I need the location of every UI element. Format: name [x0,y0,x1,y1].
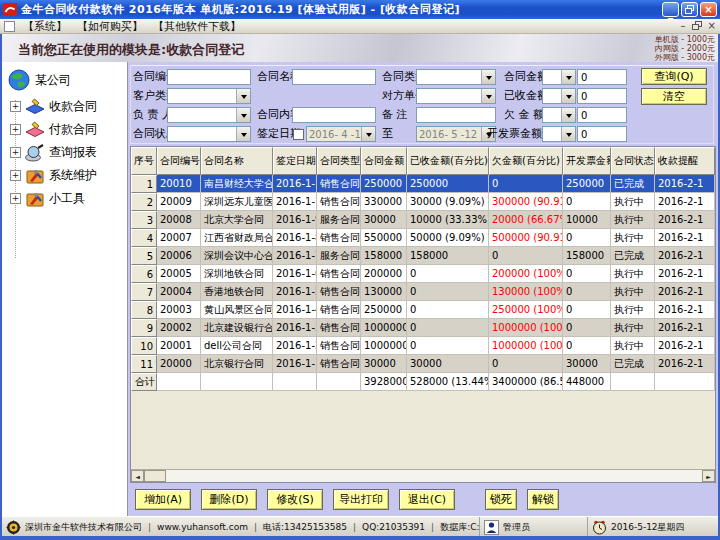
chevron-down-icon[interactable] [236,127,250,141]
scrollbar-thumb[interactable] [144,470,166,482]
chevron-down-icon[interactable] [561,127,575,141]
amount-op-select[interactable] [542,69,576,85]
scrollbar-track[interactable] [166,470,702,482]
customer-type-select[interactable] [167,88,251,104]
lock-button[interactable]: 锁死 [485,489,517,510]
chevron-down-icon[interactable] [561,108,575,122]
restore-button[interactable] [681,2,698,17]
chevron-down-icon[interactable] [481,89,495,103]
chevron-down-icon[interactable] [236,108,250,122]
invoice-op-select[interactable] [542,126,576,142]
counterparty-select[interactable] [416,88,496,104]
menu-bar: 【系统】【如何购买】【其他软件下载】 – × [0,19,720,34]
horizontal-scrollbar[interactable]: ◄ ► [131,469,715,482]
minimize-button[interactable]: _ [662,2,679,17]
chevron-down-icon[interactable] [561,70,575,84]
modify-button[interactable]: 修改(S) [267,489,323,510]
sidebar-item-pay-contract[interactable]: +付款合同 [10,120,127,139]
cell: 销售合同 [317,193,361,211]
child-restore-icon[interactable] [692,21,702,32]
table-row[interactable]: 220009深圳远东儿童医院合同2016-1-10销售合同33000030000… [131,193,715,211]
sidebar-item-small-tools[interactable]: +小工具 [10,189,127,208]
clear-button[interactable]: 清空 [641,88,707,105]
row-number: 3 [131,211,157,229]
scroll-right-icon[interactable]: ► [702,470,715,482]
owed-op-select[interactable] [542,107,576,123]
column-header[interactable]: 序号 [131,147,157,175]
contracts-table-body: 120010南昌财经大学合同2016-1-11销售合同2500002500000… [131,175,715,391]
menu-item-0[interactable]: 【系统】 [23,19,67,34]
cell: 已完成 [611,247,655,265]
expand-icon[interactable]: + [10,147,21,158]
column-header[interactable]: 合同编号 [157,147,201,175]
cell: 2016-2-1 [655,337,715,355]
cell: 销售合同 [317,319,361,337]
column-header[interactable]: 合同类型 [317,147,361,175]
table-row[interactable]: 1020001dell公司合同2016-1-2销售合同1000000010000… [131,337,715,355]
sidebar-item-query-report[interactable]: +查询报表 [10,143,127,162]
status-select[interactable] [167,126,251,142]
table-row[interactable]: 920002北京建设银行合同2016-1-3销售合同10000000100000… [131,319,715,337]
received-op-select[interactable] [542,88,576,104]
owed-input[interactable]: 0 [577,107,627,123]
cell: 服务合同 [317,211,361,229]
table-row[interactable]: 520006深圳会议中心合同2016-1-7服务合同15800015800001… [131,247,715,265]
amount-input[interactable]: 0 [577,69,627,85]
chevron-down-icon[interactable] [481,70,495,84]
received-input[interactable]: 0 [577,88,627,104]
chevron-down-icon[interactable] [236,89,250,103]
exit-button[interactable]: 退出(C) [399,489,455,510]
child-minimize-icon[interactable]: – [681,21,686,31]
content-input[interactable] [292,107,376,123]
export-print-button[interactable]: 导出打印 [333,489,389,510]
column-header[interactable]: 合同名称 [201,147,273,175]
unlock-button[interactable]: 解锁 [527,489,559,510]
add-button[interactable]: 增加(A) [135,489,191,510]
contract-name-input[interactable] [292,69,376,85]
person-select[interactable] [167,107,251,123]
column-header[interactable]: 欠金额(百分比) [489,147,563,175]
table-row[interactable]: 320008北京大学合同2016-1-9服务合同3000010000 (33.3… [131,211,715,229]
contract-type-select[interactable] [416,69,496,85]
table-row[interactable]: 120010南昌财经大学合同2016-1-11销售合同2500002500000… [131,175,715,193]
row-number: 4 [131,229,157,247]
chevron-down-icon[interactable] [361,127,375,141]
expand-icon[interactable]: + [10,193,21,204]
cell: 0 [489,175,563,193]
sidebar-item-receive-contract[interactable]: +收款合同 [10,97,127,116]
expand-icon[interactable]: + [10,101,21,112]
expand-icon[interactable]: + [10,124,21,135]
table-row[interactable]: 420007江西省财政局合同2016-1-8销售合同55000050000 (9… [131,229,715,247]
sign-date-checkbox[interactable] [293,129,304,140]
invoice-input[interactable]: 0 [577,126,627,142]
sidebar-item-system-maintain[interactable]: +系统维护 [10,166,127,185]
remark-input[interactable] [416,107,496,123]
expand-icon[interactable]: + [10,170,21,181]
delete-button[interactable]: 删除(D) [201,489,257,510]
table-row[interactable]: 1120000北京银行合同2016-1-1销售合同300003000003000… [131,355,715,373]
close-button[interactable]: × [700,2,717,17]
child-close-icon[interactable]: × [708,21,716,31]
toolbar: 增加(A)删除(D)修改(S)导出打印退出(C)锁死解锁 [135,489,715,510]
column-header[interactable]: 已收金额(百分比) [407,147,489,175]
cell: 250000 [361,175,407,193]
cell: 130000 (100%) [489,283,563,301]
column-header[interactable]: 合同金额 [361,147,407,175]
date-to-select[interactable]: 2016- 5 -12 [416,126,496,142]
menu-item-2[interactable]: 【其他软件下载】 [153,19,241,34]
contract-no-input[interactable] [167,69,251,85]
contracts-grid: 序号合同编号合同名称签定日期合同类型合同金额已收金额(百分比)欠金额(百分比)开… [130,146,716,483]
table-row[interactable]: 820003黄山风景区合同2016-1-4销售合同2500000250000 (… [131,301,715,319]
column-header[interactable]: 签定日期 [273,147,317,175]
menu-item-1[interactable]: 【如何购买】 [77,19,143,34]
column-header[interactable]: 合同状态 [611,147,655,175]
chevron-down-icon[interactable] [561,89,575,103]
column-header[interactable]: 开发票金额 [563,147,611,175]
date-from-select[interactable]: 2016- 4 -12 [306,126,376,142]
table-row[interactable]: 720004香港地铁合同2016-1-5销售合同1300000130000 (1… [131,283,715,301]
scroll-left-icon[interactable]: ◄ [131,470,144,482]
query-button[interactable]: 查询(Q) [641,68,707,85]
sidebar-root-company[interactable]: 某公司 [2,62,127,93]
column-header[interactable]: 收款提醒 [655,147,715,175]
table-row[interactable]: 620005深圳地铁合同2016-1-6销售合同2000000200000 (1… [131,265,715,283]
